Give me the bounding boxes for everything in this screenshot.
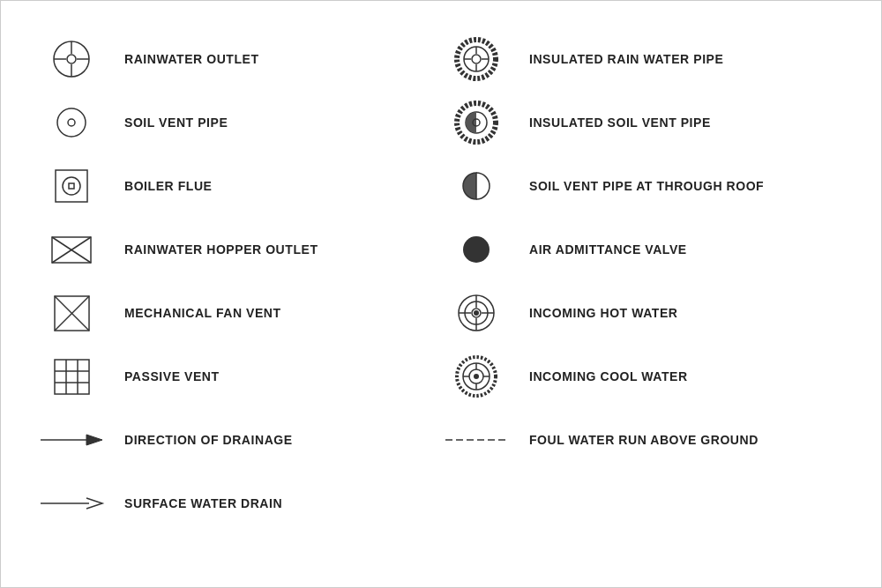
soil-vent-pipe-label: SOIL VENT PIPE — [107, 115, 441, 130]
svg-point-7 — [68, 119, 75, 126]
mechanical-fan-vent-label: MECHANICAL FAN VENT — [107, 305, 441, 321]
svg-rect-17 — [55, 360, 89, 394]
svg-rect-10 — [69, 183, 74, 189]
surface-water-drain-label: SURFACE WATER DRAIN — [107, 495, 441, 511]
svg-point-25 — [457, 40, 496, 78]
incoming-hot-water-label: INCOMING HOT WATER — [512, 305, 846, 321]
air-admittance-valve-icon — [441, 227, 512, 272]
list-item: INSULATED SOIL VENT PIPE — [441, 91, 846, 154]
list-item: RAINWATER HOPPER OUTLET — [36, 218, 441, 281]
svg-marker-23 — [86, 435, 102, 445]
insulated-rain-water-pipe-label: INSULATED RAIN WATER PIPE — [512, 51, 846, 67]
boiler-flue-label: BOILER FLUE — [107, 178, 441, 194]
list-item: INCOMING COOL WATER — [441, 345, 846, 408]
list-item: SURFACE WATER DRAIN — [36, 472, 441, 535]
mechanical-fan-vent-icon — [36, 294, 107, 333]
air-admittance-valve-label: AIR ADMITTANCE VALVE — [512, 242, 846, 257]
list-item: DIRECTION OF DRAINAGE — [36, 408, 441, 472]
list-item: RAINWATER OUTLET — [36, 27, 441, 91]
passive-vent-icon — [36, 357, 107, 397]
insulated-rain-water-pipe-icon — [441, 37, 512, 81]
insulated-soil-vent-pipe-icon — [441, 100, 512, 145]
incoming-cool-water-label: INCOMING COOL WATER — [512, 368, 846, 384]
insulated-soil-vent-pipe-label: INSULATED SOIL VENT PIPE — [512, 115, 846, 130]
list-item: INSULATED RAIN WATER PIPE — [441, 27, 846, 91]
list-item: SOIL VENT PIPE — [36, 91, 441, 154]
incoming-hot-water-icon — [441, 291, 512, 335]
soil-vent-through-roof-label: SOIL VENT PIPE AT THROUGH ROOF — [512, 178, 846, 194]
svg-point-6 — [57, 108, 86, 137]
svg-point-35 — [463, 236, 490, 263]
rainwater-hopper-icon — [36, 234, 107, 265]
soil-vent-pipe-icon — [36, 100, 107, 145]
incoming-cool-water-icon — [441, 354, 512, 398]
left-column: RAINWATER OUTLET SOIL VENT PIPE — [36, 27, 441, 561]
direction-drainage-label: DIRECTION OF DRAINAGE — [107, 432, 441, 448]
svg-point-27 — [472, 55, 481, 63]
rainwater-outlet-icon — [36, 37, 107, 81]
foul-water-run-label: FOUL WATER RUN ABOVE GROUND — [512, 432, 846, 448]
boiler-flue-icon — [36, 164, 107, 208]
rainwater-outlet-label: RAINWATER OUTLET — [107, 51, 441, 67]
surface-water-drain-icon — [36, 495, 107, 512]
direction-drainage-icon — [36, 431, 107, 449]
list-item: FOUL WATER RUN ABOVE GROUND — [441, 408, 846, 472]
svg-point-51 — [474, 374, 479, 379]
list-item: INCOMING HOT WATER — [441, 281, 846, 345]
svg-rect-8 — [56, 170, 87, 202]
list-item: AIR ADMITTANCE VALVE — [441, 218, 846, 281]
soil-vent-through-roof-icon — [441, 164, 512, 208]
svg-point-1 — [67, 55, 76, 63]
foul-water-run-icon — [441, 431, 512, 449]
list-item: SOIL VENT PIPE AT THROUGH ROOF — [441, 154, 846, 218]
svg-point-43 — [474, 310, 479, 316]
list-item: BOILER FLUE — [36, 154, 441, 218]
list-item: PASSIVE VENT — [36, 345, 441, 408]
passive-vent-label: PASSIVE VENT — [107, 368, 441, 384]
right-column: INSULATED RAIN WATER PIPE INSULATED SOIL… — [441, 27, 846, 561]
rainwater-hopper-label: RAINWATER HOPPER OUTLET — [107, 242, 441, 257]
list-item: MECHANICAL FAN VENT — [36, 281, 441, 345]
svg-point-9 — [63, 177, 80, 195]
